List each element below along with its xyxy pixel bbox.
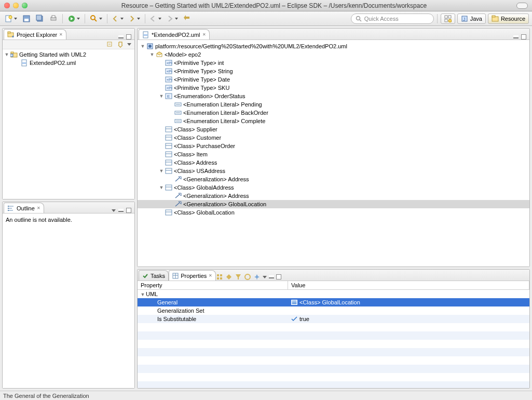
nav-prev-annotation[interactable] (111, 15, 125, 23)
class-icon (165, 183, 173, 192)
tasks-tab[interactable]: Tasks (139, 270, 169, 281)
window-controls (0, 3, 32, 8)
class-icon (165, 125, 173, 134)
properties-tab[interactable]: Properties ✕ (169, 270, 216, 281)
perspective-java[interactable]: J Java (457, 14, 486, 24)
window-toolbar-toggle[interactable] (516, 3, 528, 9)
generalization-icon (174, 175, 182, 183)
perspective-resource[interactable]: Resource (488, 14, 529, 24)
view-menu-button[interactable] (112, 209, 116, 212)
class-icon (165, 208, 173, 217)
project-node[interactable]: Getting Started with UML2 (3, 50, 134, 59)
print-button[interactable] (48, 14, 59, 23)
project-file-node[interactable]: ExtendedPO2.uml (3, 59, 134, 67)
search-button[interactable] (88, 14, 104, 23)
chevron-down-icon (175, 18, 178, 20)
close-icon[interactable]: ✕ (37, 206, 40, 210)
window-title: Resource – Getting Started with UML2/Ext… (32, 2, 516, 9)
editor-tab[interactable]: *ExtendedPO2.uml ✕ (139, 29, 210, 39)
view-menu-button[interactable] (127, 43, 131, 46)
workbench: Project Explorer ✕ Getting Started w (0, 26, 532, 391)
minimize-view-button[interactable] (269, 275, 274, 278)
enum-literal-icon (174, 109, 182, 117)
properties-table[interactable]: UML General <Class> GlobalLocation Gener… (138, 290, 529, 388)
close-icon[interactable]: ✕ (202, 32, 206, 37)
col-value[interactable]: Value (288, 281, 529, 289)
maximize-editor-button[interactable] (521, 34, 526, 39)
selected-tree-node[interactable]: <Generalization> GlobalLocation (138, 200, 529, 208)
svg-rect-7 (52, 16, 55, 18)
maximize-view-button[interactable] (126, 208, 131, 213)
property-row-genset[interactable]: Generalization Set (138, 306, 529, 315)
outline-view: Outline ✕ An outline is not available. (2, 202, 135, 389)
save-all-button[interactable] (34, 14, 46, 23)
nav-back[interactable] (148, 15, 163, 22)
enumeration-icon: E (165, 92, 173, 100)
show-categories-icon[interactable] (216, 273, 223, 281)
maximize-view-button[interactable] (126, 34, 131, 39)
svg-rect-68 (166, 160, 172, 165)
minimize-view-button[interactable] (118, 35, 124, 38)
link-with-editor-icon[interactable] (117, 41, 124, 48)
svg-rect-88 (220, 277, 222, 279)
chevron-down-icon (120, 18, 124, 20)
generalization-icon (174, 200, 182, 208)
svg-text:J: J (463, 17, 466, 22)
view-menu-button[interactable] (263, 276, 267, 278)
primitive-type-icon: «P» (165, 59, 173, 67)
property-row-general[interactable]: General <Class> GlobalLocation (138, 298, 529, 306)
show-advanced-icon[interactable] (225, 273, 233, 281)
svg-rect-74 (166, 185, 172, 190)
svg-point-12 (356, 16, 360, 20)
new-button[interactable] (3, 14, 19, 23)
maximize-view-button[interactable] (276, 274, 281, 279)
svg-text:«P»: «P» (167, 78, 172, 82)
nav-forward[interactable] (165, 15, 180, 22)
navigator-icon (7, 31, 15, 38)
zoom-window-button[interactable] (22, 3, 28, 8)
svg-rect-92 (292, 300, 297, 304)
outline-body: An outline is not available. (3, 214, 134, 388)
editor-tree[interactable]: platform:/resource/Getting%20Started%20w… (138, 40, 529, 266)
pin-icon[interactable] (253, 273, 261, 281)
class-icon (165, 167, 173, 175)
nav-next-annotation[interactable] (127, 15, 142, 23)
project-explorer-tree[interactable]: Getting Started with UML2 ExtendedPO2.um… (3, 49, 134, 199)
svg-rect-60 (166, 127, 172, 132)
project-explorer-tab[interactable]: Project Explorer ✕ (4, 29, 66, 39)
class-icon (291, 300, 297, 305)
collapse-all-icon[interactable] (106, 41, 114, 48)
svg-rect-16 (445, 19, 447, 22)
svg-line-11 (94, 19, 97, 21)
close-icon[interactable]: ✕ (209, 273, 212, 278)
properties-view: Tasks Properties ✕ (137, 269, 530, 389)
svg-rect-3 (24, 19, 29, 21)
window-titlebar: Resource – Getting Started with UML2/Ext… (0, 0, 532, 11)
col-property[interactable]: Property (138, 281, 288, 289)
outline-tab[interactable]: Outline ✕ (4, 203, 44, 213)
boolean-true-icon (291, 316, 297, 322)
save-button[interactable] (21, 14, 32, 23)
minimize-view-button[interactable] (118, 209, 124, 212)
close-window-button[interactable] (4, 3, 10, 8)
filter-icon[interactable] (235, 273, 242, 281)
status-message: The General of the Generalization (3, 393, 89, 399)
restore-defaults-icon[interactable] (244, 273, 251, 281)
run-button[interactable] (66, 14, 81, 23)
minimize-editor-button[interactable] (513, 35, 519, 38)
svg-point-10 (91, 16, 95, 20)
svg-text:«P»: «P» (167, 86, 172, 90)
svg-point-1 (9, 16, 12, 19)
quick-access-search[interactable]: Quick Access (351, 14, 434, 24)
nav-last-edit[interactable] (182, 15, 193, 23)
svg-line-76 (175, 194, 180, 198)
svg-rect-31 (22, 62, 26, 64)
minimize-window-button[interactable] (13, 3, 19, 8)
open-perspective-button[interactable] (441, 14, 455, 24)
primitive-type-icon: «P» (165, 75, 173, 84)
right-column: *ExtendedPO2.uml ✕ platform:/resource/Ge… (136, 26, 532, 391)
status-bar: The General of the Generalization (0, 391, 532, 400)
property-row-substitutable[interactable]: Is Substitutable true (138, 315, 529, 323)
svg-point-36 (8, 207, 9, 208)
close-icon[interactable]: ✕ (59, 32, 63, 37)
